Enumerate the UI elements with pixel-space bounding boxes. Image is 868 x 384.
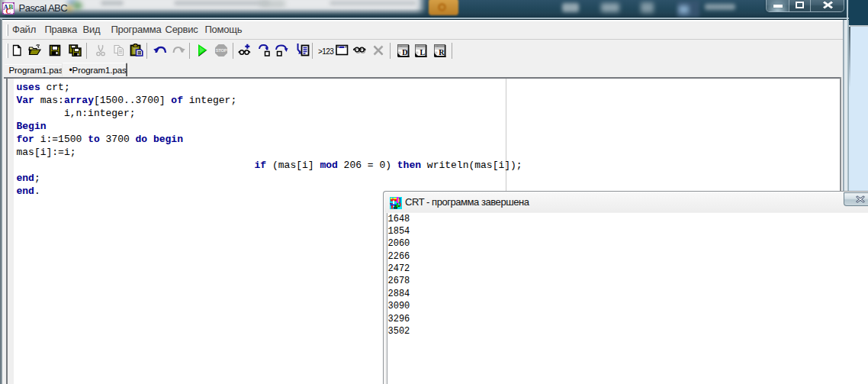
svg-text:ʺʹ: ʺʹ xyxy=(400,46,401,49)
svg-text:D: D xyxy=(402,48,407,56)
svg-text:R: R xyxy=(439,48,445,56)
svg-text:ʺʹ: ʺʹ xyxy=(436,46,438,49)
svg-text:STOP: STOP xyxy=(215,48,227,53)
svg-text:L: L xyxy=(420,48,425,56)
svg-text:ʺʹ: ʺʹ xyxy=(418,46,420,49)
svg-text:C: C xyxy=(6,8,11,15)
